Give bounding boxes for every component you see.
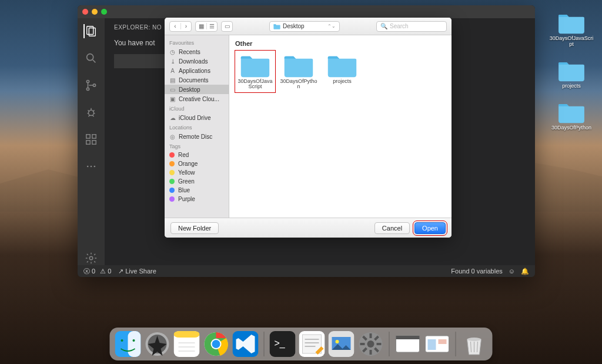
sidebar-tag-green[interactable]: Green bbox=[165, 177, 229, 186]
maximize-window-button[interactable] bbox=[101, 9, 107, 15]
open-button[interactable]: Open bbox=[414, 222, 446, 234]
dock-chrome-icon[interactable] bbox=[203, 330, 230, 358]
source-control-icon[interactable] bbox=[84, 78, 98, 92]
svg-rect-9 bbox=[86, 141, 90, 144]
search-icon[interactable] bbox=[84, 51, 98, 65]
nav-back-forward: ‹ › bbox=[169, 21, 192, 32]
sidebar-item-remote-disc[interactable]: ◎Remote Disc bbox=[165, 132, 229, 141]
dock-vscode-icon[interactable] bbox=[232, 330, 259, 358]
dock-terminal-icon[interactable]: >_ bbox=[269, 330, 296, 358]
desktop-folder-30DaysOfJavaScript[interactable]: 30DaysOfJavaScript bbox=[549, 12, 594, 48]
sidebar-item-applications[interactable]: AApplications bbox=[165, 66, 229, 75]
new-folder-button[interactable]: New Folder bbox=[170, 222, 219, 234]
svg-line-3 bbox=[93, 60, 96, 63]
desktop-folder-30DaysOfPython[interactable]: 30DaysOfPython bbox=[549, 101, 594, 131]
tag-color-dot bbox=[169, 161, 175, 166]
svg-point-15 bbox=[89, 256, 93, 260]
folder-item-30DaysOfJavaScript[interactable]: 30DaysOfJavaScript bbox=[235, 51, 275, 92]
sidebar-item-icloud-drive[interactable]: ☁iCloud Drive bbox=[165, 113, 229, 122]
sidebar-item-downloads[interactable]: ⤓Downloads bbox=[165, 56, 229, 66]
tag-label: Red bbox=[178, 152, 189, 158]
folder-name-label: 30DaysOfPython bbox=[280, 79, 317, 90]
svg-point-43 bbox=[367, 340, 374, 348]
dock-finder-icon[interactable] bbox=[115, 330, 142, 358]
explorer-icon[interactable] bbox=[83, 24, 98, 38]
dock-notes-icon[interactable] bbox=[173, 330, 200, 358]
status-found-variables[interactable]: Found 0 variables bbox=[451, 268, 502, 275]
folder-name-label: projects bbox=[333, 79, 352, 84]
window-traffic-lights bbox=[82, 9, 107, 15]
list-view-button[interactable]: ☰ bbox=[206, 23, 217, 29]
status-errors[interactable]: ⓧ0 bbox=[83, 267, 95, 276]
svg-point-41 bbox=[336, 340, 339, 343]
sidebar-item-desktop[interactable]: ▭Desktop bbox=[165, 85, 229, 94]
debug-icon[interactable] bbox=[84, 105, 98, 119]
sidebar-item-label: Documents bbox=[179, 77, 209, 84]
status-feedback-icon[interactable]: ☺ bbox=[509, 268, 515, 275]
svg-rect-17 bbox=[128, 331, 141, 357]
dock-window1-icon[interactable] bbox=[394, 330, 422, 358]
status-live-share[interactable]: ↗Live Share bbox=[118, 268, 156, 275]
svg-point-12 bbox=[87, 166, 89, 168]
settings-icon[interactable] bbox=[84, 251, 98, 265]
minimize-window-button[interactable] bbox=[92, 9, 98, 15]
dialog-search-input[interactable]: 🔍 Search bbox=[376, 21, 447, 32]
dock-settings-icon[interactable] bbox=[357, 330, 384, 358]
sidebar-tag-orange[interactable]: Orange bbox=[165, 159, 229, 168]
svg-point-14 bbox=[94, 166, 96, 168]
sidebar-item-creative-clou-[interactable]: ▣Creative Clou... bbox=[165, 94, 229, 103]
open-file-dialog: ‹ › ▦ ☰ ▭ Desktop ⌃⌄ 🔍 Search Favourites… bbox=[165, 18, 452, 238]
svg-rect-11 bbox=[92, 135, 96, 138]
doc-icon: ▤ bbox=[169, 77, 176, 84]
dock-preview-icon[interactable] bbox=[328, 330, 355, 358]
desktop-icon: ▭ bbox=[169, 86, 176, 93]
more-icon[interactable] bbox=[84, 159, 98, 173]
folder-item-projects[interactable]: projects bbox=[322, 51, 362, 92]
desktop-folder-projects[interactable]: projects bbox=[549, 59, 594, 89]
svg-point-19 bbox=[133, 339, 135, 342]
dock-separator bbox=[389, 332, 390, 356]
svg-rect-8 bbox=[86, 135, 90, 138]
svg-point-57 bbox=[467, 338, 481, 341]
location-label: Desktop bbox=[283, 23, 305, 29]
nav-forward-button[interactable]: › bbox=[180, 23, 191, 29]
sidebar-item-recents[interactable]: ◷Recents bbox=[165, 47, 229, 56]
sidebar-tag-blue[interactable]: Blue bbox=[165, 186, 229, 195]
tag-label: Yellow bbox=[178, 169, 195, 176]
dialog-sidebar: Favourites◷Recents⤓DownloadsAApplication… bbox=[165, 35, 229, 218]
tag-label: Blue bbox=[178, 187, 190, 193]
macos-dock: >_ bbox=[110, 328, 493, 360]
dock-launchpad-icon[interactable] bbox=[144, 330, 171, 358]
sidebar-tag-yellow[interactable]: Yellow bbox=[165, 168, 229, 177]
svg-rect-23 bbox=[174, 331, 200, 338]
sidebar-tag-purple[interactable]: Purple bbox=[165, 195, 229, 203]
status-warnings[interactable]: ⚠0 bbox=[100, 268, 111, 275]
view-mode-toggle: ▦ ☰ bbox=[195, 21, 218, 32]
svg-point-13 bbox=[91, 166, 92, 168]
sidebar-item-label: Desktop bbox=[179, 86, 200, 93]
arrange-button[interactable]: ▭ bbox=[221, 21, 233, 32]
folder-item-30DaysOfPython[interactable]: 30DaysOfPython bbox=[279, 51, 319, 92]
sidebar-group-label: iCloud bbox=[165, 103, 229, 113]
icon-view-button[interactable]: ▦ bbox=[196, 23, 206, 29]
dock-textedit-icon[interactable] bbox=[299, 330, 326, 358]
nav-back-button[interactable]: ‹ bbox=[170, 23, 180, 29]
dialog-toolbar: ‹ › ▦ ☰ ▭ Desktop ⌃⌄ 🔍 Search bbox=[165, 18, 452, 35]
dock-trash-icon[interactable] bbox=[461, 330, 488, 358]
vscode-titlebar bbox=[78, 5, 535, 18]
svg-point-30 bbox=[212, 340, 220, 348]
apps-icon: A bbox=[169, 68, 176, 74]
sidebar-item-documents[interactable]: ▤Documents bbox=[165, 75, 229, 85]
sidebar-item-label: Creative Clou... bbox=[179, 96, 219, 102]
sidebar-tag-red[interactable]: Red bbox=[165, 151, 229, 159]
cancel-button[interactable]: Cancel bbox=[374, 222, 410, 234]
dock-separator bbox=[456, 332, 456, 356]
status-bell-icon[interactable]: 🔔 bbox=[521, 268, 529, 275]
close-window-button[interactable] bbox=[82, 9, 88, 15]
svg-rect-56 bbox=[439, 339, 447, 344]
tag-label: Green bbox=[178, 178, 195, 185]
location-dropdown[interactable]: Desktop ⌃⌄ bbox=[269, 21, 340, 32]
sidebar-group-label: Tags bbox=[165, 141, 229, 151]
dock-window2-icon[interactable] bbox=[424, 330, 451, 358]
extensions-icon[interactable] bbox=[84, 132, 98, 146]
